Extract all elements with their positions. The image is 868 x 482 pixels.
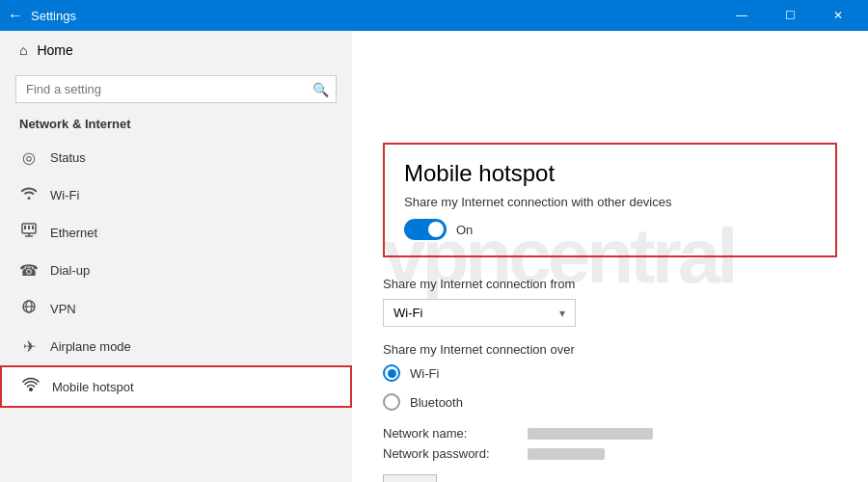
airplane-icon: ✈ <box>19 337 39 356</box>
hotspot-toggle[interactable] <box>404 219 447 240</box>
sidebar-item-mobile-hotspot[interactable]: Mobile hotspot <box>0 365 352 408</box>
svg-rect-2 <box>28 226 30 229</box>
close-button[interactable]: ✕ <box>816 0 860 31</box>
sidebar-section-title: Network & Internet <box>0 113 352 139</box>
window-controls: — ☐ ✕ <box>719 0 860 31</box>
sidebar-item-label: Dial-up <box>50 263 90 278</box>
radio-wifi[interactable] <box>383 364 400 382</box>
radio-item-wifi[interactable]: Wi-Fi <box>383 364 837 382</box>
search-input[interactable] <box>15 75 337 103</box>
sidebar: ⌂ Home 🔍 Network & Internet ◎ Status Wi-… <box>0 31 352 482</box>
sidebar-item-label: VPN <box>50 302 76 316</box>
toggle-label: On <box>456 223 473 237</box>
sidebar-home-label: Home <box>37 42 72 58</box>
radio-bluetooth-label: Bluetooth <box>410 395 463 410</box>
radio-wifi-label: Wi-Fi <box>410 366 439 381</box>
sidebar-item-label: Wi-Fi <box>50 188 79 202</box>
svg-point-9 <box>29 388 33 391</box>
vpn-icon <box>19 299 39 318</box>
content-area: vpncentral Mobile hotspot Share my Inter… <box>352 31 868 482</box>
radio-bluetooth[interactable] <box>383 393 400 411</box>
hotspot-description: Share my Internet connection with other … <box>404 195 816 209</box>
search-container: 🔍 <box>15 75 337 103</box>
sidebar-item-label: Ethernet <box>50 226 97 240</box>
hotspot-icon <box>21 377 41 396</box>
radio-item-bluetooth[interactable]: Bluetooth <box>383 393 837 411</box>
main-layout: ⌂ Home 🔍 Network & Internet ◎ Status Wi-… <box>0 31 868 482</box>
hotspot-title: Mobile hotspot <box>404 160 816 187</box>
dropdown-value: Wi-Fi <box>393 306 422 320</box>
network-name-value <box>528 428 653 440</box>
maximize-button[interactable]: ☐ <box>768 0 812 31</box>
network-name-row: Network name: <box>383 426 837 441</box>
toggle-row: On <box>404 219 816 240</box>
sidebar-item-wifi[interactable]: Wi-Fi <box>0 176 352 213</box>
minimize-button[interactable]: — <box>719 0 764 31</box>
sidebar-item-dialup[interactable]: ☎ Dial-up <box>0 252 352 289</box>
edit-button[interactable]: Edit <box>383 474 437 482</box>
title-bar-title: Settings <box>31 9 719 23</box>
sidebar-item-ethernet[interactable]: Ethernet <box>0 213 352 252</box>
sidebar-item-label: Mobile hotspot <box>52 380 134 394</box>
sidebar-item-vpn[interactable]: VPN <box>0 289 352 328</box>
chevron-down-icon: ▾ <box>559 307 565 320</box>
sidebar-item-home[interactable]: ⌂ Home <box>0 31 352 69</box>
network-name-label: Network name: <box>383 426 518 441</box>
title-bar: ← Settings — ☐ ✕ <box>0 0 868 31</box>
ethernet-icon <box>19 223 39 242</box>
sidebar-item-label: Status <box>50 150 86 165</box>
home-icon: ⌂ <box>19 42 27 58</box>
network-password-row: Network password: <box>383 446 837 461</box>
status-icon: ◎ <box>19 148 39 167</box>
hotspot-card: Mobile hotspot Share my Internet connect… <box>383 143 837 257</box>
sidebar-item-airplane[interactable]: ✈ Airplane mode <box>0 328 352 365</box>
share-from-dropdown[interactable]: Wi-Fi ▾ <box>383 299 576 327</box>
network-info: Network name: Network password: Edit <box>383 426 837 482</box>
share-over-label: Share my Internet connection over <box>383 342 837 357</box>
search-icon: 🔍 <box>312 82 329 97</box>
radio-group-share-over: Wi-Fi Bluetooth <box>383 364 837 411</box>
sidebar-item-label: Airplane mode <box>50 339 131 354</box>
wifi-icon <box>19 186 39 203</box>
share-from-label: Share my Internet connection from <box>383 277 837 291</box>
network-password-value <box>528 448 605 460</box>
sidebar-item-status[interactable]: ◎ Status <box>0 139 352 176</box>
back-button[interactable]: ← <box>8 7 23 24</box>
dialup-icon: ☎ <box>19 261 39 280</box>
network-password-label: Network password: <box>383 446 518 461</box>
svg-rect-3 <box>32 226 34 229</box>
svg-rect-1 <box>24 226 26 229</box>
